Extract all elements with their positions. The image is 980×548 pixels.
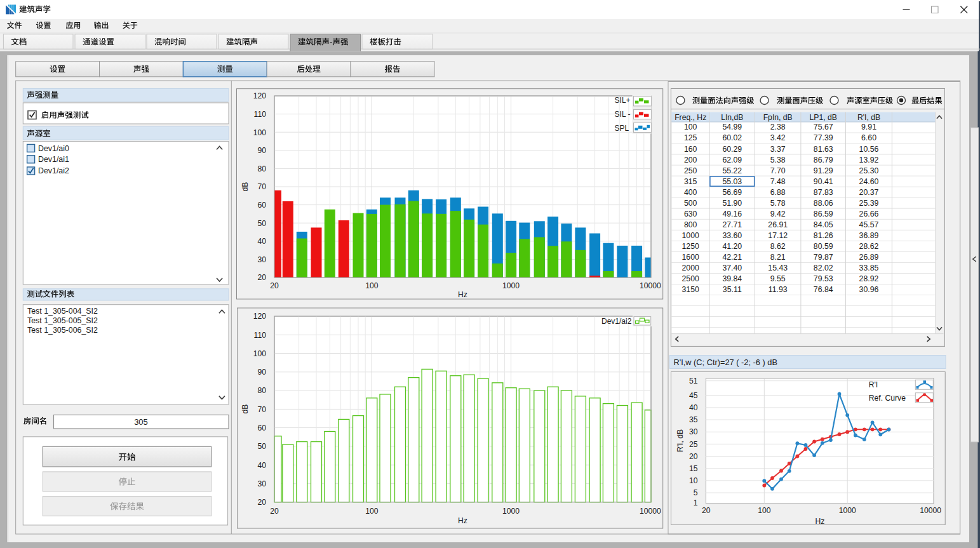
svg-text:81.26: 81.26	[814, 231, 833, 240]
svg-text:6.60: 6.60	[861, 133, 876, 142]
svg-text:55.03: 55.03	[722, 177, 742, 186]
svg-text:1: 1	[694, 498, 698, 507]
svg-text:49.16: 49.16	[722, 210, 742, 218]
svg-text:200: 200	[684, 156, 697, 164]
svg-text:SIL -: SIL -	[615, 110, 631, 119]
svg-text:800: 800	[684, 220, 697, 229]
svg-text:2.38: 2.38	[770, 123, 786, 131]
svg-text:77.39: 77.39	[814, 133, 833, 142]
svg-text:1000: 1000	[502, 281, 520, 290]
svg-text:86.59: 86.59	[814, 210, 833, 218]
svg-text:Freq., Hz: Freq., Hz	[675, 113, 706, 122]
svg-text:79.87: 79.87	[814, 253, 833, 262]
svg-text:120: 120	[253, 91, 267, 100]
svg-text:10: 10	[689, 476, 698, 485]
svg-text:10.56: 10.56	[859, 145, 879, 154]
svg-text:25: 25	[689, 440, 698, 449]
svg-text:30: 30	[257, 479, 266, 488]
svg-text:FpIn, dB: FpIn, dB	[763, 113, 793, 122]
svg-text:54.99: 54.99	[722, 123, 742, 131]
svg-text:Hz: Hz	[458, 290, 467, 299]
svg-text:90: 90	[257, 368, 266, 377]
svg-text:79.53: 79.53	[814, 274, 833, 283]
svg-text:20.37: 20.37	[859, 188, 879, 197]
svg-text:160: 160	[684, 145, 697, 154]
svg-text:76.84: 76.84	[814, 285, 833, 294]
svg-text:45.57: 45.57	[859, 220, 879, 229]
svg-text:SPL: SPL	[615, 124, 629, 133]
svg-text:9.55: 9.55	[770, 274, 786, 283]
svg-text:125: 125	[684, 133, 697, 142]
svg-text:27.71: 27.71	[722, 220, 742, 229]
svg-text:9.91: 9.91	[861, 123, 876, 131]
svg-text:500: 500	[684, 199, 697, 208]
svg-text:50: 50	[257, 442, 266, 451]
svg-text:SIL+: SIL+	[615, 96, 631, 105]
svg-text:120: 120	[253, 312, 267, 321]
svg-text:20: 20	[257, 273, 266, 282]
svg-text:51.90: 51.90	[722, 199, 742, 208]
svg-text:90.41: 90.41	[814, 177, 833, 186]
svg-text:28.92: 28.92	[859, 274, 879, 283]
svg-text:11.93: 11.93	[769, 285, 788, 294]
svg-text:33.85: 33.85	[859, 264, 879, 272]
svg-text:60.29: 60.29	[722, 145, 742, 154]
svg-text:55.22: 55.22	[722, 166, 742, 175]
svg-text:30.96: 30.96	[859, 285, 879, 294]
svg-text:100: 100	[684, 123, 697, 131]
svg-text:1600: 1600	[682, 253, 700, 262]
svg-text:R'I, dB: R'I, dB	[857, 113, 880, 122]
svg-text:9.42: 9.42	[770, 210, 786, 218]
svg-text:25.30: 25.30	[859, 166, 879, 175]
svg-text:45: 45	[689, 391, 698, 400]
svg-text:17.12: 17.12	[768, 231, 788, 240]
svg-text:81.63: 81.63	[814, 145, 833, 154]
svg-text:13.92: 13.92	[859, 156, 879, 164]
svg-text:Dev1/ai0: Dev1/ai0	[38, 144, 69, 153]
svg-text:630: 630	[684, 210, 697, 218]
svg-text:305: 305	[134, 417, 148, 427]
svg-text:Hz: Hz	[816, 517, 825, 526]
svg-text:20: 20	[270, 507, 279, 516]
svg-text:26.91: 26.91	[768, 220, 788, 229]
svg-text:Dev1/ai2: Dev1/ai2	[601, 317, 632, 326]
svg-text:62.09: 62.09	[722, 156, 742, 164]
svg-text:8.62: 8.62	[770, 242, 786, 251]
svg-text:LP1, dB: LP1, dB	[810, 113, 837, 122]
svg-text:10000: 10000	[640, 281, 661, 290]
svg-text:1250: 1250	[682, 242, 700, 251]
svg-text:15.43: 15.43	[768, 264, 788, 272]
svg-text:5: 5	[694, 488, 698, 497]
svg-text:87.83: 87.83	[814, 188, 833, 197]
svg-text:100: 100	[365, 507, 379, 516]
svg-text:R'I: R'I	[869, 380, 878, 389]
svg-text:Hz: Hz	[458, 516, 467, 525]
svg-text:90: 90	[257, 146, 266, 155]
svg-text:Test 1_305-006_SI2: Test 1_305-006_SI2	[27, 326, 98, 335]
svg-text:28.62: 28.62	[859, 242, 879, 251]
svg-text:7.70: 7.70	[770, 166, 786, 175]
svg-text:40: 40	[257, 237, 266, 246]
svg-text:Test 1_305-005_SI2: Test 1_305-005_SI2	[27, 316, 98, 325]
svg-text:3150: 3150	[682, 285, 700, 294]
svg-text:80: 80	[257, 386, 266, 395]
svg-text:60: 60	[257, 424, 266, 432]
svg-text:10000: 10000	[640, 507, 661, 516]
svg-text:2000: 2000	[682, 264, 700, 272]
svg-text:40: 40	[257, 461, 266, 470]
svg-text:86.79: 86.79	[814, 156, 833, 164]
svg-text:35: 35	[689, 415, 698, 424]
svg-text:Dev1/ai1: Dev1/ai1	[38, 155, 69, 164]
svg-text:100: 100	[253, 349, 267, 358]
svg-text:8.21: 8.21	[770, 253, 786, 262]
svg-text:37.40: 37.40	[722, 264, 742, 272]
svg-text:39.84: 39.84	[722, 274, 742, 283]
svg-text:15: 15	[689, 464, 698, 473]
svg-text:6.88: 6.88	[770, 188, 786, 197]
svg-text:100: 100	[758, 506, 771, 515]
svg-text:2500: 2500	[682, 274, 700, 283]
svg-text:100: 100	[365, 281, 379, 290]
svg-text:dB: dB	[241, 182, 250, 192]
svg-text:60.02: 60.02	[722, 133, 742, 142]
svg-text:40: 40	[689, 403, 698, 412]
